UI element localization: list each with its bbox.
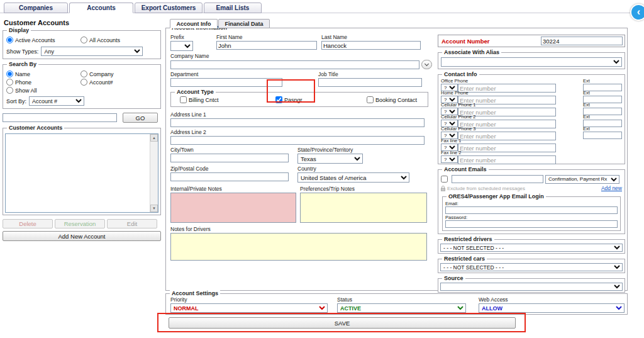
- radio-show-all[interactable]: Show All: [6, 87, 80, 94]
- sidebar-title: Customer Accounts: [4, 19, 161, 26]
- contact-info-fieldset: Contact Info Office Phone ? Ext Home Pho…: [438, 74, 625, 164]
- restricted-cars-legend: Restricted cars: [442, 256, 487, 262]
- tab-account-info[interactable]: Account Info: [170, 19, 218, 28]
- tab-export-customers[interactable]: Export Customers: [135, 3, 203, 13]
- city-input[interactable]: [170, 154, 289, 162]
- booking-contact-checkbox-label[interactable]: Booking Contact: [367, 96, 417, 103]
- go-button[interactable]: GO: [123, 113, 158, 123]
- country-select[interactable]: United States of America: [297, 172, 409, 183]
- search-by-legend: Search By: [7, 61, 38, 67]
- customer-accounts-fieldset: Customer Accounts ▲ ▼: [3, 128, 161, 215]
- show-all-label: Show All: [15, 87, 37, 94]
- home-phone-row: Home Phone ? Ext: [441, 91, 622, 103]
- account-settings-fieldset: Account Settings Priority NORMAL Status …: [165, 293, 628, 315]
- company-name-label: Company Name: [170, 54, 433, 59]
- billing-contact-checkbox[interactable]: [180, 96, 187, 103]
- address-line1-input[interactable]: [170, 118, 425, 127]
- internal-notes-textarea[interactable]: [170, 193, 296, 223]
- restricted-drivers-legend: Restricted drivers: [442, 236, 494, 242]
- account-number-input[interactable]: [541, 37, 623, 45]
- fax2-type-select[interactable]: ?: [441, 155, 458, 163]
- all-accounts-radio[interactable]: [80, 37, 87, 43]
- fax2-label: Fax line 2: [441, 150, 622, 155]
- show-all-radio[interactable]: [6, 87, 13, 94]
- edit-button[interactable]: Edit: [107, 219, 157, 228]
- active-accounts-radio[interactable]: [6, 37, 13, 43]
- last-name-label: Last Name: [321, 35, 433, 40]
- exclude-messages-text: Exclude from scheduled messages: [447, 186, 525, 191]
- restricted-drivers-select[interactable]: - - - NOT SELECTED - - -: [440, 244, 623, 252]
- passenger-checkbox[interactable]: [275, 96, 282, 103]
- app-login-password-input[interactable]: [445, 220, 618, 228]
- search-company-radio[interactable]: [80, 70, 87, 77]
- account-type-legend: Account Type: [175, 89, 216, 95]
- address-line2-input[interactable]: [170, 136, 425, 145]
- radio-search-company[interactable]: Company: [80, 70, 155, 77]
- associate-alias-select[interactable]: [441, 57, 622, 67]
- company-name-input[interactable]: [170, 60, 419, 69]
- radio-all-accounts[interactable]: All Accounts: [80, 37, 155, 43]
- radio-active-accounts[interactable]: Active Accounts: [6, 37, 80, 43]
- delete-button[interactable]: Delete: [3, 219, 53, 228]
- first-name-input[interactable]: [216, 41, 317, 50]
- scroll-down-icon[interactable]: ▼: [150, 205, 158, 212]
- job-title-label: Job Title: [318, 72, 433, 77]
- email-primary-checkbox[interactable]: [441, 176, 448, 183]
- restricted-drivers-fieldset: Restricted drivers - - - NOT SELECTED - …: [438, 239, 625, 254]
- show-types-select[interactable]: Any: [41, 47, 143, 56]
- trip-notes-label: Preferences/Trip Notes: [300, 186, 433, 192]
- trip-notes-textarea[interactable]: [300, 193, 427, 223]
- email-input[interactable]: [452, 175, 543, 183]
- home-phone-ext-label: Ext: [583, 91, 622, 96]
- reservation-button[interactable]: Reservation: [55, 219, 105, 228]
- customer-accounts-listbox[interactable]: ▲ ▼: [5, 133, 158, 213]
- radio-search-phone[interactable]: Phone: [6, 79, 80, 86]
- add-new-account-button[interactable]: Add New Account: [3, 231, 161, 241]
- status-select[interactable]: ACTIVE: [337, 303, 466, 313]
- account-number-row: Account Number: [438, 35, 625, 47]
- source-legend: Source: [442, 275, 465, 281]
- search-account-label: Account#: [89, 79, 113, 86]
- last-name-input[interactable]: [321, 41, 421, 50]
- app-login-email-input[interactable]: [445, 206, 618, 214]
- fax1-label: Fax line 1: [441, 138, 622, 144]
- priority-label: Priority: [170, 297, 328, 303]
- web-access-select[interactable]: ALLOW: [479, 303, 625, 313]
- driver-notes-textarea[interactable]: [170, 233, 427, 261]
- scroll-up-icon[interactable]: ▲: [150, 134, 158, 142]
- radio-search-name[interactable]: Name: [6, 70, 80, 77]
- add-new-email-link[interactable]: Add new: [601, 185, 622, 191]
- job-title-input[interactable]: [318, 78, 422, 87]
- tab-companies[interactable]: Companies: [4, 3, 68, 13]
- state-select[interactable]: Texas: [297, 154, 363, 164]
- search-name-radio[interactable]: [6, 70, 13, 77]
- cell-phone1-row: Cellular Phone 1 ? Ext: [441, 103, 622, 115]
- radio-search-account[interactable]: Account#: [80, 79, 155, 86]
- source-select[interactable]: [440, 283, 623, 291]
- search-phone-radio[interactable]: [6, 79, 13, 86]
- fax2-input[interactable]: [458, 155, 556, 164]
- booking-contact-checkbox[interactable]: [367, 96, 374, 103]
- priority-select[interactable]: NORMAL: [170, 303, 328, 313]
- search-account-radio[interactable]: [80, 79, 87, 86]
- search-row: GO: [3, 113, 161, 123]
- city-label: City/Town: [170, 147, 297, 153]
- zip-input[interactable]: [170, 172, 289, 181]
- passenger-checkbox-label[interactable]: Pasngr: [275, 96, 367, 103]
- tab-accounts[interactable]: Accounts: [69, 3, 133, 13]
- billing-contact-checkbox-label[interactable]: Billing Cntct: [180, 96, 275, 103]
- email-types-select[interactable]: Confirmation, Payment Rx: [545, 175, 619, 184]
- cell-phone3-ext-label: Ext: [583, 127, 622, 132]
- tab-email-lists[interactable]: Email Lists: [204, 3, 262, 13]
- department-input[interactable]: [170, 78, 282, 87]
- collapse-panel-button[interactable]: ‹: [630, 4, 644, 21]
- company-lookup-button[interactable]: [421, 60, 432, 69]
- chevron-down-icon: [425, 62, 429, 66]
- tab-financial-data[interactable]: Financial Data: [218, 19, 270, 28]
- save-button[interactable]: SAVE: [169, 317, 516, 329]
- restricted-cars-select[interactable]: - - - NOT SELECTED - - -: [440, 263, 623, 271]
- search-input[interactable]: [3, 113, 117, 122]
- sort-by-select[interactable]: Account #: [29, 96, 84, 106]
- listbox-scrollbar[interactable]: ▲ ▼: [150, 134, 158, 212]
- prefix-select[interactable]: [170, 41, 193, 51]
